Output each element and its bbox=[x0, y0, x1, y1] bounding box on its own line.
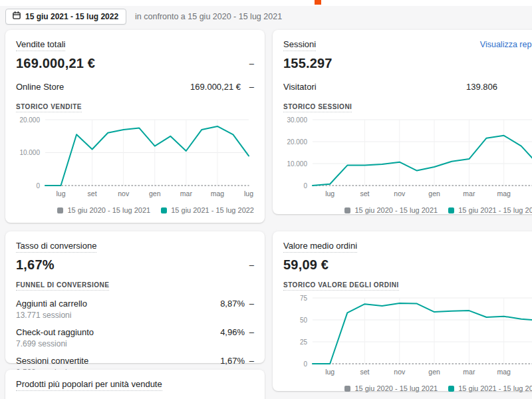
svg-text:gen: gen bbox=[428, 190, 440, 198]
svg-text:nov: nov bbox=[394, 190, 406, 198]
funnel-value: 8,87% bbox=[220, 299, 245, 309]
svg-text:mag: mag bbox=[497, 368, 511, 376]
legend-item-current: 15 giu 2021 - 15 lug 2022 bbox=[161, 206, 254, 214]
legend-swatch-previous bbox=[57, 207, 63, 213]
date-range-label: 15 giu 2021 - 15 lug 2022 bbox=[25, 12, 118, 21]
card-conversion-rate: Tasso di conversione 1,67% – Funnel di c… bbox=[5, 231, 265, 363]
svg-text:0: 0 bbox=[303, 360, 307, 368]
comparison-label: in confronto a 15 giu 2020 - 15 lug 2021 bbox=[135, 12, 282, 21]
header-bar: 15 giu 2021 - 15 lug 2022 in confronto a… bbox=[5, 9, 532, 24]
funnel-sessions: 13.771 sessioni bbox=[16, 311, 220, 320]
card-average-order-value: Valore medio ordini 59,09 € Storico valo… bbox=[273, 231, 532, 391]
conversion-delta: – bbox=[245, 260, 254, 270]
svg-text:gen: gen bbox=[428, 368, 440, 376]
conversion-funnel-list: Aggiunti al carrello 13.771 sessioni 8,8… bbox=[16, 299, 254, 377]
legend-label-current: 15 giu 2021 - 15 lug 2022 bbox=[458, 206, 532, 214]
chart-legend: 15 giu 2020 - 15 lug 2021 15 giu 2021 - … bbox=[283, 206, 532, 214]
svg-text:nov: nov bbox=[118, 190, 130, 198]
card-top-products: Prodotti più popolari per unità vendute … bbox=[5, 370, 265, 399]
svg-text:lug: lug bbox=[57, 190, 66, 198]
legend-item-previous: 15 giu 2020 - 15 lug 2021 bbox=[344, 206, 438, 214]
section-heading-sales-history: Storico vendite bbox=[16, 103, 82, 112]
svg-text:lug: lug bbox=[325, 190, 334, 198]
conversion-value: 1,67% bbox=[16, 257, 55, 273]
total-sales-delta: – bbox=[245, 59, 254, 68]
total-sales-value: 169.000,21 € bbox=[16, 56, 95, 71]
calendar-icon bbox=[13, 11, 21, 21]
aov-value: 59,09 € bbox=[283, 257, 329, 273]
svg-text:0: 0 bbox=[36, 182, 40, 190]
funnel-sessions: 7.699 sessioni bbox=[16, 339, 220, 348]
metric-row-visitors: Visitatori 139.806 bbox=[283, 82, 532, 92]
funnel-label: Check-out raggiunto bbox=[16, 327, 94, 337]
svg-text:30.000: 30.000 bbox=[287, 116, 307, 124]
card-title-sessions: Sessioni bbox=[283, 39, 316, 51]
chart-legend: 15 giu 2020 - 15 lug 2021 15 giu 2021 - … bbox=[283, 384, 532, 392]
sessions-value: 155.297 bbox=[283, 56, 332, 71]
funnel-value: 1,67% bbox=[220, 356, 245, 366]
funnel-delta: – bbox=[245, 299, 254, 309]
sales-history-chart: 010.00020.000lugsetnovgenmarmaglug bbox=[16, 116, 254, 201]
svg-text:10.000: 10.000 bbox=[19, 149, 40, 156]
card-title-aov: Valore medio ordini bbox=[283, 241, 357, 253]
funnel-value: 4,96% bbox=[220, 327, 245, 337]
legend-swatch-previous bbox=[344, 207, 350, 213]
top-strip bbox=[0, 0, 532, 6]
metric-delta: – bbox=[245, 82, 254, 92]
svg-text:mar: mar bbox=[180, 190, 193, 198]
svg-text:20.000: 20.000 bbox=[19, 116, 40, 124]
svg-text:lug: lug bbox=[244, 190, 253, 198]
aov-history-chart: 0255075lugsetnovgenmarmaglug bbox=[283, 294, 532, 379]
svg-text:set: set bbox=[360, 368, 369, 376]
date-range-button[interactable]: 15 giu 2021 - 15 lug 2022 bbox=[5, 9, 126, 25]
legend-label-current: 15 giu 2021 - 15 lug 2022 bbox=[458, 384, 532, 392]
funnel-delta: – bbox=[245, 327, 254, 337]
funnel-label: Aggiunti al carrello bbox=[16, 299, 87, 309]
card-title-conversion: Tasso di conversione bbox=[16, 241, 96, 253]
metric-value: 169.000,21 € bbox=[190, 82, 241, 92]
svg-text:75: 75 bbox=[300, 295, 308, 302]
section-heading-sessions-history: Storico sessioni bbox=[283, 103, 352, 112]
metric-value: 139.806 bbox=[466, 82, 497, 92]
legend-item-current: 15 giu 2021 - 15 lug 2022 bbox=[448, 206, 532, 214]
metric-label: Visitatori bbox=[283, 82, 466, 92]
chart-legend: 15 giu 2020 - 15 lug 2021 15 giu 2021 - … bbox=[16, 206, 254, 214]
legend-label-previous: 15 giu 2020 - 15 lug 2021 bbox=[67, 206, 150, 214]
section-heading-aov-history: Storico valore degli ordini bbox=[283, 281, 399, 291]
svg-text:gen: gen bbox=[149, 190, 161, 198]
svg-text:20.000: 20.000 bbox=[287, 138, 307, 146]
legend-item-current: 15 giu 2021 - 15 lug 2022 bbox=[448, 384, 532, 392]
svg-text:set: set bbox=[360, 190, 369, 198]
funnel-delta: – bbox=[245, 356, 254, 366]
legend-item-previous: 15 giu 2020 - 15 lug 2021 bbox=[57, 206, 150, 214]
svg-text:mag: mag bbox=[497, 190, 511, 198]
legend-item-previous: 15 giu 2020 - 15 lug 2021 bbox=[344, 384, 438, 392]
svg-text:50: 50 bbox=[300, 317, 308, 324]
funnel-row-add-to-cart: Aggiunti al carrello 13.771 sessioni 8,8… bbox=[16, 299, 254, 320]
svg-text:lug: lug bbox=[325, 368, 334, 376]
funnel-row-checkout: Check-out raggiunto 7.699 sessioni 4,96%… bbox=[16, 327, 254, 348]
svg-text:25: 25 bbox=[300, 338, 308, 346]
legend-swatch-previous bbox=[344, 386, 350, 392]
svg-text:set: set bbox=[88, 190, 97, 198]
svg-text:mag: mag bbox=[211, 190, 225, 198]
funnel-label: Sessioni convertite bbox=[16, 356, 88, 366]
legend-swatch-current bbox=[448, 386, 454, 392]
svg-text:mar: mar bbox=[463, 368, 475, 376]
card-title-total-sales: Vendite totali bbox=[16, 39, 65, 51]
view-report-link[interactable]: Visualizza report bbox=[480, 40, 532, 49]
card-title-top-products: Prodotti più popolari per unità vendute bbox=[16, 379, 162, 391]
legend-swatch-current bbox=[448, 207, 454, 213]
metric-row-online-store: Online Store 169.000,21 € – bbox=[16, 82, 254, 92]
legend-label-previous: 15 giu 2020 - 15 lug 2021 bbox=[354, 384, 438, 392]
legend-label-previous: 15 giu 2020 - 15 lug 2021 bbox=[354, 206, 438, 214]
legend-swatch-current bbox=[161, 207, 167, 213]
svg-text:mar: mar bbox=[463, 190, 475, 198]
svg-text:nov: nov bbox=[394, 368, 406, 376]
sessions-history-chart: 010.00020.00030.000lugsetnovgenmarmaglug bbox=[283, 116, 532, 201]
svg-text:0: 0 bbox=[303, 182, 307, 190]
metric-label: Online Store bbox=[16, 82, 190, 92]
card-sessions: Sessioni Visualizza report 155.297 Visit… bbox=[273, 30, 532, 214]
card-total-sales: Vendite totali 169.000,21 € – Online Sto… bbox=[5, 30, 265, 223]
svg-text:10.000: 10.000 bbox=[287, 160, 307, 168]
